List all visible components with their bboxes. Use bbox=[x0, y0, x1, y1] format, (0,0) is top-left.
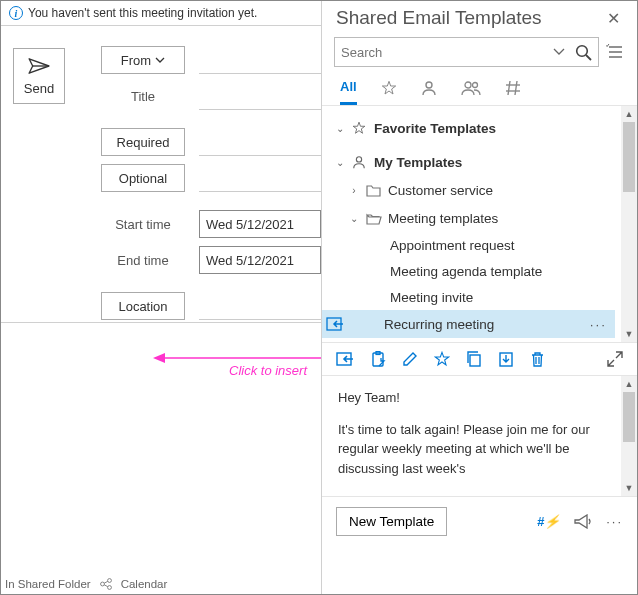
person-icon bbox=[421, 80, 437, 96]
edit-action[interactable] bbox=[402, 351, 418, 367]
star-icon bbox=[381, 80, 397, 96]
svg-line-16 bbox=[508, 81, 510, 95]
template-appointment-request[interactable]: Appointment request bbox=[334, 232, 633, 258]
send-icon bbox=[28, 57, 50, 75]
insert-action[interactable] bbox=[336, 351, 354, 367]
info-text: You haven't sent this meeting invitation… bbox=[28, 6, 257, 20]
scroll-down-icon[interactable]: ▼ bbox=[621, 326, 637, 342]
tab-all[interactable]: All bbox=[340, 79, 357, 105]
tab-tags[interactable] bbox=[505, 80, 521, 104]
template-meeting-agenda[interactable]: Meeting agenda template bbox=[334, 258, 633, 284]
chevron-down-icon[interactable] bbox=[553, 48, 565, 56]
scroll-up-icon[interactable]: ▲ bbox=[621, 106, 637, 122]
status-bar: In Shared Folder Calendar bbox=[1, 574, 321, 594]
scroll-up-icon[interactable]: ▲ bbox=[621, 376, 637, 392]
send-button[interactable]: Send bbox=[13, 48, 65, 104]
info-bar: i You haven't sent this meeting invitati… bbox=[1, 1, 321, 25]
filter-options-icon[interactable] bbox=[605, 42, 625, 62]
folder-favorites[interactable]: ⌄ Favorite Templates bbox=[334, 114, 633, 142]
copy-action[interactable] bbox=[466, 351, 482, 367]
svg-point-8 bbox=[577, 45, 588, 56]
compose-area: Send From Title Required Optional bbox=[1, 25, 321, 323]
location-input[interactable] bbox=[199, 292, 321, 320]
tab-favorites[interactable] bbox=[381, 80, 397, 104]
new-template-button[interactable]: New Template bbox=[336, 507, 447, 536]
tab-personal[interactable] bbox=[421, 80, 437, 104]
send-label: Send bbox=[24, 81, 54, 96]
template-recurring-meeting[interactable]: Recurring meeting ··· bbox=[322, 310, 615, 338]
svg-line-9 bbox=[586, 55, 591, 60]
preview-greeting: Hey Team! bbox=[338, 388, 615, 408]
annotation-text: Click to insert bbox=[229, 363, 307, 378]
action-bar bbox=[322, 342, 637, 376]
person-icon bbox=[352, 155, 366, 169]
folder-customer-service[interactable]: › Customer service bbox=[334, 176, 633, 204]
scroll-thumb[interactable] bbox=[623, 392, 635, 442]
tab-team[interactable] bbox=[461, 80, 481, 104]
hash-icon bbox=[505, 80, 521, 96]
folder-icon bbox=[366, 184, 381, 197]
location-button[interactable]: Location bbox=[101, 292, 185, 320]
svg-line-7 bbox=[104, 585, 108, 587]
svg-point-4 bbox=[107, 579, 111, 583]
search-input[interactable] bbox=[341, 45, 553, 60]
template-preview: Hey Team! It's time to talk again! Pleas… bbox=[322, 376, 637, 486]
tabs: All bbox=[322, 71, 637, 106]
status-context: Calendar bbox=[121, 578, 168, 590]
from-label: From bbox=[121, 53, 151, 68]
template-tree: ⌄ Favorite Templates ⌄ My Templates › Cu… bbox=[322, 106, 637, 342]
preview-body: It's time to talk again! Please join me … bbox=[338, 420, 615, 479]
svg-line-17 bbox=[515, 81, 517, 95]
svg-point-20 bbox=[356, 157, 361, 162]
svg-rect-25 bbox=[470, 355, 480, 366]
optional-button[interactable]: Optional bbox=[101, 164, 185, 192]
start-time-label: Start time bbox=[101, 217, 185, 232]
search-box[interactable] bbox=[334, 37, 599, 67]
share-icon bbox=[99, 577, 113, 591]
search-icon[interactable] bbox=[575, 44, 592, 61]
insert-icon bbox=[326, 316, 344, 332]
svg-line-6 bbox=[104, 581, 108, 583]
optional-input[interactable] bbox=[199, 164, 321, 192]
paste-action[interactable] bbox=[370, 351, 386, 367]
panel-title: Shared Email Templates bbox=[336, 7, 542, 29]
delete-action[interactable] bbox=[530, 351, 545, 367]
folder-open-icon bbox=[366, 212, 382, 225]
end-time-input[interactable]: Wed 5/12/2021 bbox=[199, 246, 321, 274]
scroll-thumb[interactable] bbox=[623, 122, 635, 192]
expand-action[interactable] bbox=[607, 351, 623, 367]
preview-scrollbar[interactable]: ▲ ▼ bbox=[621, 376, 637, 496]
svg-point-3 bbox=[100, 582, 104, 586]
people-icon bbox=[461, 80, 481, 96]
star-icon bbox=[352, 121, 366, 135]
svg-point-14 bbox=[465, 82, 471, 88]
svg-point-5 bbox=[107, 586, 111, 590]
title-label: Title bbox=[101, 89, 185, 104]
from-button[interactable]: From bbox=[101, 46, 185, 74]
more-options[interactable]: ··· bbox=[590, 317, 607, 332]
annotation-arrow bbox=[153, 351, 321, 365]
end-time-label: End time bbox=[101, 253, 185, 268]
download-action[interactable] bbox=[498, 351, 514, 367]
megaphone-icon[interactable] bbox=[574, 514, 592, 529]
folder-my-templates[interactable]: ⌄ My Templates bbox=[334, 148, 633, 176]
chevron-down-icon bbox=[155, 57, 165, 63]
scroll-down-icon[interactable]: ▼ bbox=[621, 480, 637, 496]
more-icon[interactable]: ··· bbox=[606, 514, 623, 529]
title-input[interactable] bbox=[199, 82, 321, 110]
from-input[interactable] bbox=[199, 46, 321, 74]
hash-bolt-icon[interactable]: #⚡ bbox=[537, 514, 560, 529]
folder-meeting-templates[interactable]: ⌄ Meeting templates bbox=[334, 204, 633, 232]
svg-point-13 bbox=[426, 82, 432, 88]
status-folder: In Shared Folder bbox=[5, 578, 91, 590]
required-button[interactable]: Required bbox=[101, 128, 185, 156]
required-input[interactable] bbox=[199, 128, 321, 156]
svg-point-15 bbox=[472, 83, 477, 88]
info-icon: i bbox=[9, 6, 23, 20]
favorite-action[interactable] bbox=[434, 351, 450, 367]
svg-marker-2 bbox=[153, 353, 165, 363]
close-button[interactable]: ✕ bbox=[603, 9, 623, 28]
template-meeting-invite[interactable]: Meeting invite bbox=[334, 284, 633, 310]
tree-scrollbar[interactable]: ▲ ▼ bbox=[621, 106, 637, 342]
start-time-input[interactable]: Wed 5/12/2021 bbox=[199, 210, 321, 238]
